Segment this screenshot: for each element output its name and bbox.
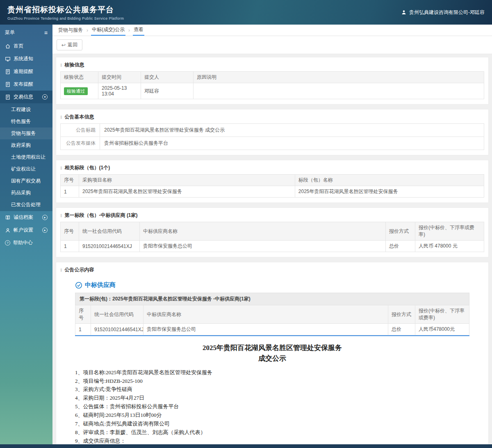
toolbar: ↩ 返回 [52,36,492,54]
section-marker-icon: ‖ [60,213,62,218]
breadcrumb-goods-services[interactable]: 货物与服务 [57,25,84,36]
notice-line: 6、磋商时间:2025年5月13日10时00分 [75,411,469,420]
table-header-row: 核验状态 提交时间 提交人 原因说明 [61,72,484,83]
book-icon [5,215,11,221]
section-package-bar: 第一标段(包)：2025年贵阳百花湖风景名胜区管理处安保服务 -中标供应商(1家… [75,293,469,305]
sidebar-subitem-goods-services[interactable]: 货物与服务 [0,127,52,139]
verify-time-cell: 2025-05-13 13:04 [98,83,141,99]
chevron-right-icon: ▸ [42,215,48,220]
sidebar-item-label: 帮助中心 [13,239,33,246]
sidebar-subitem-special-services[interactable]: 特色服务 [0,116,52,127]
main-area: 货物与服务 › 中标(成交)公示 › 查看 ↩ 返回 ‖ 核验信息 [52,25,492,444]
related-sections-table: 序号 采购项目名称 标段（包）名称 1 2025年贵阳百花湖风景名胜区管理处安保… [60,174,484,198]
notice-title-line2: 成交公示 [75,353,469,364]
sidebar-subitem-published-notices[interactable]: 已发公告处理 [0,199,52,211]
credit-code-cell: 9152010021446541XJ [91,324,144,335]
notice-document: 2025年贵阳百花湖风景名胜区管理处安保服务 成交公示 1、项目名称:2025年… [75,343,469,444]
menu-label: 菜单 [5,29,15,36]
project-name-cell: 2025年贵阳百花湖风景名胜区管理处安保服务 [79,186,295,198]
sidebar-menu-head: 菜单 ≡ [0,25,52,40]
sidebar-subitem-drug-procurement[interactable]: 药品采购 [0,187,52,199]
sidebar-item-label: 逾期提醒 [14,68,33,75]
col-header: 序号 [61,175,79,186]
breadcrumb-award-notice[interactable]: 中标(成交)公示 [91,24,125,36]
section-title-text: 相关标段（包）(1个) [65,164,110,171]
verify-reason-cell [194,83,484,99]
sidebar-item-publish-reminder[interactable]: 发布提醒 [0,78,52,91]
field-value: 2025年贵阳百花湖风景名胜区管理处安保服务 成交公示 [100,124,484,137]
col-header: 序号 [61,222,79,241]
field-value: 贵州省招标投标公共服务平台 [100,137,484,150]
sidebar-subitem-gov-procurement[interactable]: 政府采购 [0,139,52,151]
table-row: 1 9152010021446541XJ 贵阳市保安服务总公司 总价 人民币 4… [61,241,484,252]
home-icon [5,43,11,49]
announcement-panel: ‖ 公告公示内容 中标供应商 第一标段(包)：2025年贵阳百花湖风景名胜区管理… [56,262,489,444]
sidebar-item-credit-archive[interactable]: 诚信档案 ▸ [0,211,52,224]
hamburger-icon[interactable]: ≡ [44,30,48,36]
app-title: 贵州省招标投标公共服务平台 [7,5,124,15]
sidebar-subitem-project-construction[interactable]: 工程建设 [0,104,52,116]
back-button-label: 返回 [68,41,77,48]
col-header: 中标供应商名称 [144,305,388,324]
question-icon: ? [5,240,10,246]
page: 贵州省招标投标公共服务平台 GuiZhou Province Tendering… [0,0,492,448]
col-header: 统一社会信用代码 [91,305,144,324]
supplier-name-cell: 贵阳市保安服务总公司 [144,324,388,335]
sidebar-item-overdue-reminder[interactable]: 逾期提醒 [0,65,52,78]
user-menu[interactable]: 贵州弘典建设咨询有限公司-邓廷容 [401,9,485,16]
supplier-name-cell: 贵阳市保安服务总公司 [140,241,386,252]
basic-info-panel: ‖ 公告基本信息 公告标题 2025年贵阳百花湖风景名胜区管理处安保服务 成交公… [56,109,489,155]
verify-person-cell: 邓廷容 [141,83,194,99]
notice-line: 2、项目编号:HDZB-2025-100 [75,377,469,386]
brand: 贵州省招标投标公共服务平台 GuiZhou Province Tendering… [7,5,124,20]
sidebar-subitem-mining-rights[interactable]: 矿业权出让 [0,163,52,175]
app-header: 贵州省招标投标公共服务平台 GuiZhou Province Tendering… [0,0,492,25]
col-header: 核验状态 [61,72,98,83]
breadcrumb-separator: › [128,27,130,36]
table-row: 核验通过 2025-05-13 13:04 邓廷容 [61,83,484,99]
section-title: ‖ 核验信息 [60,59,484,71]
sidebar-subitem-state-property[interactable]: 国有产权交易 [0,175,52,187]
sidebar-item-label: 发布提醒 [14,81,33,88]
sidebar-subitem-land-use-rights[interactable]: 土地使用权出让 [0,151,52,163]
monitor-icon [5,56,11,62]
sidebar-item-account-settings[interactable]: 帐户设置 ▸ [0,224,52,237]
field-label: 公告标题 [61,124,100,137]
sidebar-item-home[interactable]: 首页 [0,40,52,52]
notice-line: 1、项目名称:2025年贵阳百花湖风景名胜区管理处安保服务 [75,368,469,377]
section-title-text: 核验信息 [65,61,84,68]
notice-line: 3、采购方式:竞争性磋商 [75,385,469,394]
content-scroll-area[interactable]: ‖ 核验信息 核验状态 提交时间 提交人 原因说明 [52,54,492,444]
breadcrumb-view[interactable]: 查看 [133,24,144,36]
sidebar-item-help-center[interactable]: ? 帮助中心 [0,237,52,249]
col-header: 序号 [75,305,91,324]
trade-info-submenu: 工程建设 特色服务 货物与服务 政府采购 土地使用权出让 矿业权出让 国有产权交… [0,103,52,211]
col-header: 标段（包）名称 [295,175,484,186]
price-method-cell: 总价 [388,324,415,335]
verify-table: 核验状态 提交时间 提交人 原因说明 核验通过 2025-05-13 13:04… [60,71,484,99]
row-number-cell: 1 [75,324,91,335]
announcement-content: 中标供应商 第一标段(包)：2025年贵阳百花湖风景名胜区管理处安保服务 -中标… [60,276,484,444]
section-marker-icon: ‖ [60,63,62,68]
col-header: 中标供应商名称 [140,222,386,241]
sidebar-item-label: 帐户设置 [14,227,33,234]
notice-line: 5、公告媒体：贵州省招标投标公共服务平台 [75,403,469,411]
sidebar-item-trade-info[interactable]: 交易信息 ▾ [0,91,52,103]
page-footer [0,444,492,448]
user-icon [401,9,407,15]
credit-code-cell: 9152010021446541XJ [79,241,140,252]
back-button[interactable]: ↩ 返回 [57,39,82,50]
verify-status-cell: 核验通过 [61,83,98,99]
price-method-cell: 总价 [386,241,415,252]
sidebar-item-label: 系统通知 [14,55,33,62]
row-number-cell: 1 [61,186,79,198]
sidebar-item-system-notice[interactable]: 系统通知 [0,52,52,65]
section-title: ‖ 相关标段（包）(1个) [60,162,484,174]
section-title-text: 第一标段（包）-中标供应商 (1家) [65,212,138,219]
breadcrumb-separator: › [87,27,88,36]
chevron-right-icon: ▸ [42,227,48,233]
section-title: ‖ 公告公示内容 [60,264,484,276]
related-sections-panel: ‖ 相关标段（包）(1个) 序号 采购项目名称 标段（包）名称 [56,160,489,203]
section-marker-icon: ‖ [60,115,62,120]
document-icon [5,82,11,87]
